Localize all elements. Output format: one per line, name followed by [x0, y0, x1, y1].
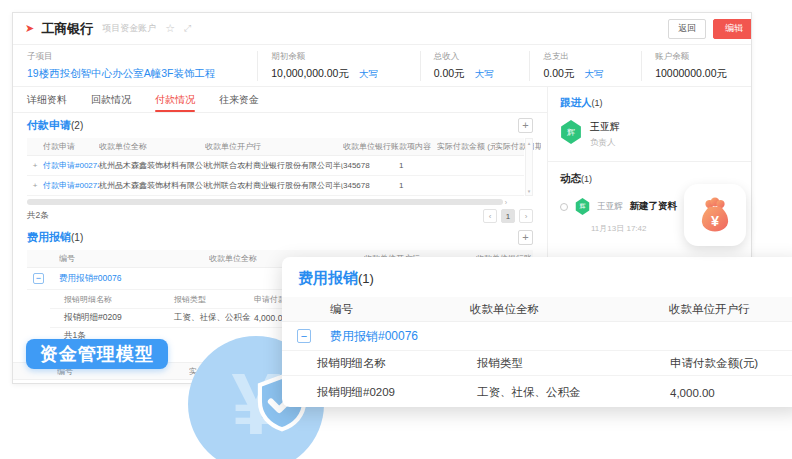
field-value: 10000000.00元 — [655, 67, 727, 81]
cell-type: 工资、社保、公积金 — [477, 385, 670, 400]
popup-detail-row: 报销明细#0209 工资、社保、公积金 4,000.00 — [282, 376, 792, 407]
field-label: 期初余额 — [271, 51, 409, 63]
col-header: 付款申请 — [43, 141, 99, 152]
col-header: 收款单位开户行 — [669, 302, 792, 317]
cell-amount: 4,000.00 — [670, 387, 792, 399]
popup-title: 费用报销 — [298, 269, 358, 288]
col-header: 收款单位开户行 — [205, 141, 343, 152]
star-icon[interactable]: ☆ — [165, 22, 175, 35]
follower-item[interactable]: 辉 王亚辉 负责人 — [560, 120, 739, 149]
tab-receipts[interactable]: 回款情况 — [91, 87, 131, 112]
col-header: 收款单位全称 — [99, 141, 205, 152]
payment-request-section: 付款申请 (2) + 付款申请 收款单位全称 收款单位开户行 收款单位银行账号 … — [13, 113, 547, 225]
payment-row: + 付款申请#00274 杭州品木森鑫装饰材料有限公司 杭州联合农村商业银行股份… — [27, 156, 524, 176]
field-value: 0.00元 — [434, 67, 465, 81]
expand-row-icon[interactable]: + — [27, 161, 43, 170]
activity-count: (1) — [581, 174, 592, 184]
expand-row-icon[interactable]: + — [27, 181, 43, 190]
section-count: (1) — [71, 232, 83, 243]
payment-table: 付款申请 收款单位全称 收款单位开户行 收款单位银行账号 款项内容 实际付款金额… — [27, 138, 533, 196]
detail-link[interactable]: 报销明细#0209 — [317, 385, 477, 400]
expand-icon[interactable]: ⤢ — [184, 23, 191, 34]
cell-company: 杭州品木森鑫装饰材料有限公司 — [99, 160, 205, 171]
payment-table-header: 付款申请 收款单位全称 收款单位开户行 收款单位银行账号 款项内容 实际付款金额… — [27, 138, 524, 156]
back-button[interactable]: 返回 — [668, 19, 706, 39]
user-role: 负责人 — [590, 137, 620, 149]
cell-bank: 杭州联合农村商业银行股份有限公司半山支行 — [205, 160, 343, 171]
timeline-node-icon — [560, 203, 568, 211]
cell-content: 1 — [399, 181, 437, 190]
edit-button[interactable]: 编辑 — [713, 19, 752, 39]
activity-action: 新建了资料 — [630, 200, 678, 213]
col-header: 款项内容 — [399, 141, 437, 152]
uppercase-link[interactable]: 大写 — [475, 68, 494, 81]
cell-company: 杭州品木森鑫装饰材料有限公司 — [99, 180, 205, 191]
payment-row: + 付款申请#00272 杭州品木森鑫装饰材料有限公司 杭州联合农村商业银行股份… — [27, 176, 524, 196]
vertical-scrollbar[interactable]: ▴ ▾ — [525, 138, 533, 196]
summary-field-total-expense: 总支出 0.00元 大写 — [529, 51, 641, 81]
expense-link[interactable]: 费用报销#00076 — [59, 273, 121, 285]
field-label: 总支出 — [543, 51, 631, 63]
popup-expense-row: − 费用报销#00076 — [282, 322, 792, 351]
add-expense-button[interactable]: + — [518, 230, 533, 245]
uppercase-link[interactable]: 大写 — [584, 68, 603, 81]
summary-field-subproject: 子项目 19楼西投创智中心办公室A幢3F装饰工程 — [27, 51, 257, 81]
page-prev-button[interactable]: ‹ — [483, 209, 497, 223]
tab-transactions[interactable]: 往来资金 — [219, 87, 259, 112]
uppercase-link[interactable]: 大写 — [359, 68, 378, 81]
page-number[interactable]: 1 — [501, 209, 515, 223]
collapse-row-icon[interactable]: − — [33, 273, 44, 284]
col-header: 编号 — [282, 302, 470, 317]
field-value: 10,000,000.00元 — [271, 67, 349, 81]
scroll-thumb[interactable] — [27, 199, 503, 205]
col-header: 编号 — [59, 253, 209, 264]
tab-payments[interactable]: 付款情况 — [155, 87, 195, 112]
tab-detail[interactable]: 详细资料 — [27, 87, 67, 112]
summary-bar: 子项目 19楼西投创智中心办公室A幢3F装饰工程 期初余额 10,000,000… — [13, 45, 751, 87]
avatar: 辉 — [575, 198, 590, 215]
brand-arrow-icon: ➤ — [25, 22, 34, 35]
payment-request-link[interactable]: 付款申请#00272 — [43, 180, 99, 191]
summary-field-account-balance: 账户余额 10000000.00元 — [641, 51, 737, 81]
page-title: 工商银行 — [41, 20, 93, 38]
col-header: 收款单位全称 — [470, 302, 669, 317]
money-bag-card[interactable]: ¥ — [684, 184, 746, 246]
window-header: ➤ 工商银行 项目资金账户 ☆ ⤢ 返回 编辑 — [13, 13, 751, 45]
payment-pagination: ‹ 1 › — [483, 209, 533, 223]
activity-user: 王亚辉 — [597, 201, 623, 213]
expense-link[interactable]: 费用报销#00076 — [330, 328, 418, 345]
section-title: 付款申请 — [27, 118, 71, 133]
subproject-link[interactable]: 19楼西投创智中心办公室A幢3F装饰工程 — [27, 67, 247, 81]
cell-account: 345678 — [343, 181, 399, 190]
page-next-button[interactable]: › — [519, 209, 533, 223]
tab-bar: 详细资料 回款情况 付款情况 往来资金 — [13, 87, 547, 113]
popup-count: (1) — [358, 271, 374, 286]
col-header: 报销明细名称 — [317, 356, 477, 371]
user-name: 王亚辉 — [590, 120, 620, 134]
activity-title: 动态 — [560, 172, 581, 184]
expense-zoom-popup: 费用报销(1) 编号 收款单位全称 收款单位开户行 − 费用报销#00076 报… — [282, 257, 792, 407]
scroll-right-icon[interactable]: › — [505, 199, 507, 206]
col-header: 收款单位银行账号 — [343, 141, 399, 152]
followers-count: (1) — [592, 98, 603, 108]
scroll-up-icon[interactable]: ▴ — [528, 140, 531, 146]
col-header: 报销类型 — [477, 356, 670, 371]
payment-total-label: 共2条 — [27, 210, 49, 222]
cell-type: 工资、社保、公积金 — [174, 312, 254, 324]
payment-request-link[interactable]: 付款申请#00274 — [43, 160, 99, 171]
popup-detail-header: 报销明细名称 报销类型 申请付款金额(元) — [282, 351, 792, 376]
caption-badge: 资金管理模型 — [26, 339, 168, 369]
page-subtitle: 项目资金账户 — [102, 22, 156, 35]
scroll-down-icon[interactable]: ▾ — [528, 188, 531, 194]
collapse-row-icon[interactable]: − — [297, 329, 311, 343]
col-header: 报销明细名称 — [64, 294, 174, 305]
field-label: 子项目 — [27, 51, 247, 63]
popup-table-header: 编号 收款单位全称 收款单位开户行 — [282, 297, 792, 322]
cell-bank: 杭州联合农村商业银行股份有限公司半山支行 — [205, 180, 343, 191]
summary-field-opening-balance: 期初余额 10,000,000.00元 大写 — [257, 51, 419, 81]
horizontal-scrollbar[interactable]: › — [27, 199, 533, 205]
summary-field-total-income: 总收入 0.00元 大写 — [420, 51, 530, 81]
detail-link[interactable]: 报销明细#0209 — [64, 312, 174, 324]
col-header: 实际付款日期 — [495, 141, 541, 152]
add-payment-button[interactable]: + — [518, 118, 533, 133]
